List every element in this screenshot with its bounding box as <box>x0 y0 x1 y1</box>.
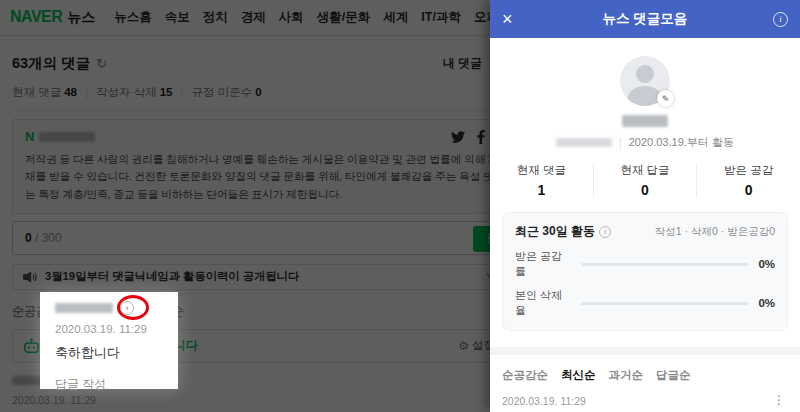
avatar-head-shape <box>636 65 654 83</box>
comment-collection-panel: × 뉴스 댓글모음 i ✎ | 2020.03.19.부터 활동 현재 댓글 1… <box>490 0 800 412</box>
stat-value: 0 <box>697 182 800 198</box>
my-comment-item: 2020.03.19. 11:29 ⋮ 축하합니다 "500만원 밑천 PC방으… <box>490 383 800 412</box>
blurred-commenter-name <box>55 303 113 313</box>
stat-received-likes: 받은 공감 0 <box>696 163 800 198</box>
stat-label: 받은 공감 <box>697 163 800 178</box>
blurred-profile-id <box>556 138 612 147</box>
panel-header: × 뉴스 댓글모음 i <box>490 0 800 38</box>
stat-current-comments: 현재 댓글 1 <box>490 163 593 198</box>
progress-bar <box>581 302 748 305</box>
activity-row-self-delete-rate: 본인 삭제율 0% <box>515 288 775 318</box>
profile-stats: 현재 댓글 1 현재 답글 0 받은 공감 0 <box>490 163 800 198</box>
spotlight-callout: › 2020.03.19. 11:29 축하합니다 답글 작성 <box>40 292 178 389</box>
stat-label: 현재 댓글 <box>490 163 593 178</box>
stat-value: 1 <box>490 182 593 198</box>
profile-subline: | 2020.03.19.부터 활동 <box>490 135 800 150</box>
recent-activity-card: 최근 30일 활동 i 작성1 · 삭제0 · 받은공감0 받은 공감률 0% … <box>502 212 788 331</box>
more-menu-icon[interactable]: ⋮ <box>773 393 786 407</box>
screen: NAVER 뉴스 뉴스홈 속보 정치 경제 사회 생활/문화 세계 IT/과학 … <box>0 0 800 412</box>
stat-current-replies: 현재 답글 0 <box>593 163 697 198</box>
activity-summary: 작성1 · 삭제0 · 받은공감0 <box>655 225 775 239</box>
activity-row-value: 0% <box>758 297 775 309</box>
reply-write-link[interactable]: 답글 작성 <box>55 376 178 393</box>
stat-label: 현재 답글 <box>594 163 697 178</box>
section-divider <box>490 347 800 355</box>
progress-bar <box>581 263 748 266</box>
sort-tab-replies[interactable]: 답글순 <box>656 368 691 383</box>
info-icon[interactable]: i <box>599 226 611 238</box>
activity-row-value: 0% <box>758 258 775 270</box>
edit-profile-icon[interactable]: ✎ <box>657 90 674 107</box>
sort-tab-top-liked[interactable]: 순공감순 <box>502 368 548 383</box>
comment-text: 축하합니다 <box>55 344 178 362</box>
red-circle-annotation <box>117 295 149 320</box>
activity-row-label: 본인 삭제율 <box>515 288 571 318</box>
info-icon[interactable]: i <box>773 12 788 27</box>
activity-row-label: 받은 공감률 <box>515 249 571 279</box>
activity-title: 최근 30일 활동 <box>515 223 595 240</box>
comment-date: 2020.03.19. 11:29 <box>55 323 178 335</box>
sort-tabs: 순공감순 최신순 과거순 답글순 <box>490 355 800 383</box>
profile-avatar-wrap: ✎ <box>620 56 670 106</box>
sort-tab-oldest[interactable]: 과거순 <box>609 368 644 383</box>
comment-date: 2020.03.19. 11:29 <box>502 395 788 407</box>
stat-value: 0 <box>594 182 697 198</box>
panel-title: 뉴스 댓글모음 <box>490 10 800 28</box>
sort-tab-newest[interactable]: 최신순 <box>561 368 596 383</box>
blurred-profile-name <box>622 115 668 127</box>
divider: | <box>619 137 622 148</box>
activity-row-like-rate: 받은 공감률 0% <box>515 249 775 279</box>
active-since-text: 2020.03.19.부터 활동 <box>629 135 734 150</box>
